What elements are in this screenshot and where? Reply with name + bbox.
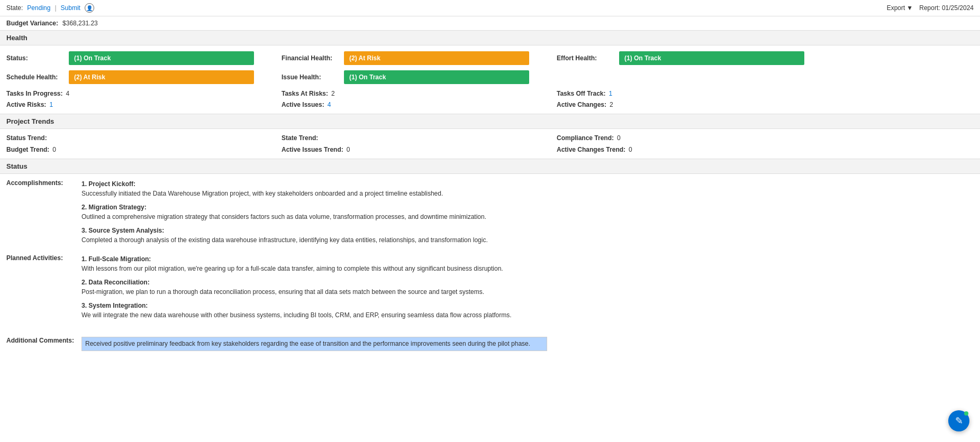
state-value: Pending: [27, 4, 50, 12]
planned-item-2: 2. Data Reconciliation: Post-migration, …: [81, 278, 512, 297]
budget-variance-label: Budget Variance:: [6, 20, 58, 27]
planned-body-3: We will integrate the new data warehouse…: [81, 310, 512, 320]
status-badge: (1) On Track: [69, 51, 254, 65]
status-cell: Status: (1) On Track: [6, 50, 282, 67]
status-label: Status:: [6, 54, 65, 62]
health-grid: Status: (1) On Track Financial Health: (…: [0, 45, 980, 109]
active-issues-label: Active Issues:: [282, 101, 324, 108]
submit-button[interactable]: Submit: [61, 4, 80, 12]
compliance-trend-cell: Compliance Trend: 0: [557, 133, 974, 143]
active-risks-cell: Active Risks: 1: [6, 100, 282, 109]
tasks-off-track-cell: Tasks Off Track: 1: [557, 89, 974, 98]
active-changes-label: Active Changes:: [557, 101, 606, 108]
top-bar: State: Pending | Submit 👤 Export ▼ Repor…: [0, 0, 980, 16]
issue-health-label: Issue Health:: [282, 73, 340, 81]
state-trend-label: State Trend:: [282, 134, 318, 142]
accomplishment-title-2: 2. Migration Strategy:: [81, 202, 488, 212]
accomplishment-title-3: 3. Source System Analysis:: [81, 226, 488, 235]
tasks-in-progress-value: 4: [66, 90, 70, 97]
compliance-trend-value: 0: [617, 134, 621, 142]
compliance-trend-label: Compliance Trend:: [557, 134, 614, 142]
accomplishment-item-1: 1. Project Kickoff: Successfully initiat…: [81, 179, 488, 198]
issue-health-badge: (1) On Track: [344, 70, 529, 84]
planned-title-1: 1. Full-Scale Migration:: [81, 254, 512, 264]
accomplishments-label: Accomplishments:: [6, 179, 75, 249]
active-risks-label: Active Risks:: [6, 101, 46, 108]
accomplishment-item-3: 3. Source System Analysis: Completed a t…: [81, 226, 488, 245]
active-changes-trend-cell: Active Changes Trend: 0: [557, 145, 974, 154]
active-changes-cell: Active Changes: 2: [557, 100, 974, 109]
additional-comments-text[interactable]: Received positive preliminary feedback f…: [81, 337, 547, 351]
planned-activities-row: Planned Activities: 1. Full-Scale Migrat…: [6, 254, 974, 324]
financial-health-label: Financial Health:: [282, 54, 340, 62]
effort-health-cell: Effort Health: (1) On Track: [557, 50, 974, 67]
planned-body-1: With lessons from our pilot migration, w…: [81, 264, 512, 273]
planned-title-2: 2. Data Reconciliation:: [81, 278, 512, 287]
floating-action-button[interactable]: ✎: [948, 410, 969, 431]
planned-body-2: Post-migration, we plan to run a thoroug…: [81, 287, 512, 297]
active-changes-value: 2: [610, 101, 613, 108]
active-changes-trend-value: 0: [629, 146, 632, 153]
active-issues-trend-value: 0: [347, 146, 350, 153]
trends-grid: Status Trend: State Trend: Compliance Tr…: [0, 129, 980, 159]
top-bar-right: Export ▼ Report: 01/25/2024: [887, 4, 974, 12]
planned-activities-label: Planned Activities:: [6, 254, 75, 324]
additional-comments-row: Additional Comments: Received positive p…: [0, 335, 980, 356]
financial-health-cell: Financial Health: (2) At Risk: [282, 50, 557, 67]
power-dot: [964, 411, 968, 416]
active-issues-value[interactable]: 4: [328, 101, 331, 108]
top-bar-left: State: Pending | Submit 👤: [6, 3, 94, 13]
export-button[interactable]: Export ▼: [887, 4, 913, 12]
tasks-at-risk-value: 2: [331, 90, 335, 97]
accomplishment-body-1: Successfully initiated the Data Warehous…: [81, 189, 488, 198]
top-bar-separator: |: [55, 4, 56, 12]
accomplishment-item-2: 2. Migration Strategy: Outlined a compre…: [81, 202, 488, 222]
status-section-header: Status: [0, 159, 980, 174]
accomplishment-body-3: Completed a thorough analysis of the exi…: [81, 235, 488, 245]
state-trend-cell: State Trend:: [282, 133, 557, 143]
accomplishments-content: 1. Project Kickoff: Successfully initiat…: [81, 179, 488, 249]
budget-variance-row: Budget Variance: $368,231.23: [0, 16, 980, 30]
empty-cell: [557, 69, 974, 86]
effort-health-badge: (1) On Track: [619, 51, 804, 65]
tasks-in-progress-label: Tasks In Progress:: [6, 90, 63, 97]
budget-trend-cell: Budget Trend: 0: [6, 145, 282, 154]
issue-health-cell: Issue Health: (1) On Track: [282, 69, 557, 86]
active-risks-value[interactable]: 1: [49, 101, 53, 108]
active-issues-trend-label: Active Issues Trend:: [282, 146, 343, 153]
state-label: State:: [6, 4, 23, 12]
user-icon[interactable]: 👤: [85, 3, 94, 13]
status-trend-cell: Status Trend:: [6, 133, 282, 143]
active-changes-trend-label: Active Changes Trend:: [557, 146, 625, 153]
tasks-at-risk-cell: Tasks At Risks: 2: [282, 89, 557, 98]
accomplishments-row: Accomplishments: 1. Project Kickoff: Suc…: [6, 179, 974, 249]
additional-comments-label: Additional Comments:: [6, 337, 75, 344]
accomplishment-body-2: Outlined a comprehensive migration strat…: [81, 212, 488, 222]
budget-trend-value: 0: [52, 146, 56, 153]
status-trend-label: Status Trend:: [6, 134, 47, 142]
financial-health-badge: (2) At Risk: [344, 51, 529, 65]
trends-section-header: Project Trends: [0, 114, 980, 129]
schedule-health-cell: Schedule Health: (2) At Risk: [6, 69, 282, 86]
tasks-off-track-label: Tasks Off Track:: [557, 90, 605, 97]
schedule-health-badge: (2) At Risk: [69, 70, 254, 84]
accomplishment-title-1: 1. Project Kickoff:: [81, 179, 488, 189]
active-issues-trend-cell: Active Issues Trend: 0: [282, 145, 557, 154]
status-section: Accomplishments: 1. Project Kickoff: Suc…: [0, 174, 980, 335]
report-label: Report: 01/25/2024: [919, 4, 974, 12]
planned-title-3: 3. System Integration:: [81, 301, 512, 310]
tasks-at-risk-label: Tasks At Risks:: [282, 90, 328, 97]
effort-health-label: Effort Health:: [557, 54, 615, 62]
planned-activities-content: 1. Full-Scale Migration: With lessons fr…: [81, 254, 512, 324]
tasks-off-track-value[interactable]: 1: [609, 90, 612, 97]
planned-item-1: 1. Full-Scale Migration: With lessons fr…: [81, 254, 512, 273]
active-issues-cell: Active Issues: 4: [282, 100, 557, 109]
tasks-in-progress-cell: Tasks In Progress: 4: [6, 89, 282, 98]
floating-icon: ✎: [955, 415, 963, 427]
budget-variance-value: $368,231.23: [62, 20, 98, 27]
budget-trend-label: Budget Trend:: [6, 146, 49, 153]
health-section-header: Health: [0, 30, 980, 45]
schedule-health-label: Schedule Health:: [6, 73, 65, 81]
planned-item-3: 3. System Integration: We will integrate…: [81, 301, 512, 320]
